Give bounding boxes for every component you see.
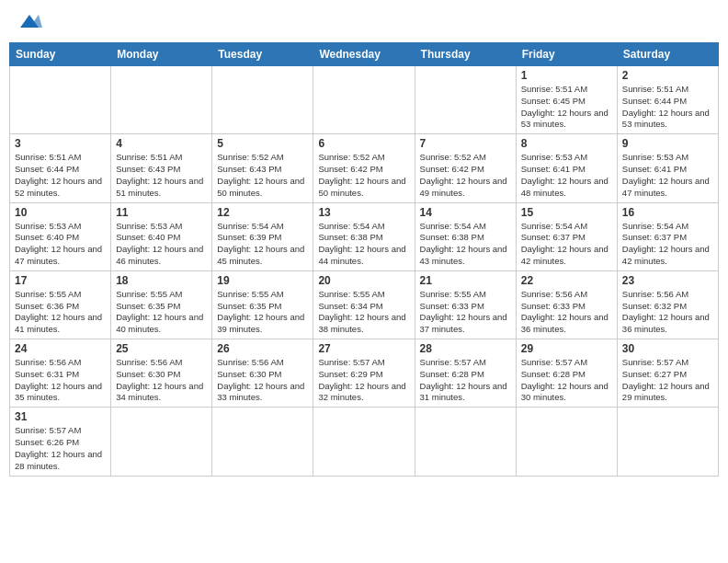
day-number: 6 [318,137,409,150]
day-info: Sunrise: 5:57 AM Sunset: 6:27 PM Dayligh… [622,357,713,404]
day-info: Sunrise: 5:56 AM Sunset: 6:32 PM Dayligh… [622,289,713,336]
day-number: 22 [521,274,612,287]
calendar-table: SundayMondayTuesdayWednesdayThursdayFrid… [9,42,719,477]
day-number: 12 [217,206,308,219]
day-number: 14 [420,206,511,219]
calendar-day-cell: 15Sunrise: 5:54 AM Sunset: 6:37 PM Dayli… [516,202,617,270]
day-info: Sunrise: 5:55 AM Sunset: 6:35 PM Dayligh… [116,289,207,336]
calendar-day-cell [415,66,516,134]
calendar-day-cell: 6Sunrise: 5:52 AM Sunset: 6:42 PM Daylig… [313,134,415,202]
day-info: Sunrise: 5:55 AM Sunset: 6:36 PM Dayligh… [15,289,106,336]
calendar-header-saturday: Saturday [617,43,718,66]
day-number: 15 [521,206,612,219]
calendar-day-cell: 14Sunrise: 5:54 AM Sunset: 6:38 PM Dayli… [415,202,516,270]
day-number: 20 [318,274,409,287]
day-info: Sunrise: 5:55 AM Sunset: 6:34 PM Dayligh… [318,289,409,336]
day-number: 21 [420,274,511,287]
day-info: Sunrise: 5:56 AM Sunset: 6:30 PM Dayligh… [116,357,207,404]
calendar-day-cell: 10Sunrise: 5:53 AM Sunset: 6:40 PM Dayli… [10,202,111,270]
page-header [9,9,719,35]
calendar-day-cell [617,408,718,476]
day-number: 18 [116,274,207,287]
calendar-week-row: 24Sunrise: 5:56 AM Sunset: 6:31 PM Dayli… [10,339,719,408]
day-number: 26 [217,342,308,355]
day-number: 17 [15,274,106,287]
calendar-day-cell: 4Sunrise: 5:51 AM Sunset: 6:43 PM Daylig… [111,134,212,202]
day-info: Sunrise: 5:53 AM Sunset: 6:41 PM Dayligh… [521,152,612,199]
calendar-week-row: 10Sunrise: 5:53 AM Sunset: 6:40 PM Dayli… [10,202,719,270]
day-info: Sunrise: 5:56 AM Sunset: 6:30 PM Dayligh… [217,357,308,404]
day-info: Sunrise: 5:53 AM Sunset: 6:40 PM Dayligh… [116,221,207,268]
calendar-day-cell [212,66,313,134]
day-number: 25 [116,342,207,355]
day-info: Sunrise: 5:57 AM Sunset: 6:28 PM Dayligh… [521,357,612,404]
calendar-day-cell [10,66,111,134]
calendar-header-thursday: Thursday [415,43,516,66]
calendar-header-tuesday: Tuesday [212,43,313,66]
calendar-day-cell: 29Sunrise: 5:57 AM Sunset: 6:28 PM Dayli… [516,339,617,408]
calendar-day-cell: 28Sunrise: 5:57 AM Sunset: 6:28 PM Dayli… [415,339,516,408]
day-info: Sunrise: 5:54 AM Sunset: 6:38 PM Dayligh… [420,221,511,268]
day-info: Sunrise: 5:54 AM Sunset: 6:37 PM Dayligh… [622,221,713,268]
calendar-day-cell: 11Sunrise: 5:53 AM Sunset: 6:40 PM Dayli… [111,202,212,270]
calendar-header-friday: Friday [516,43,617,66]
calendar-day-cell: 27Sunrise: 5:57 AM Sunset: 6:29 PM Dayli… [313,339,415,408]
day-number: 30 [622,342,713,355]
calendar-day-cell: 22Sunrise: 5:56 AM Sunset: 6:33 PM Dayli… [516,270,617,339]
calendar-day-cell: 8Sunrise: 5:53 AM Sunset: 6:41 PM Daylig… [516,134,617,202]
day-info: Sunrise: 5:53 AM Sunset: 6:41 PM Dayligh… [622,152,713,199]
calendar-day-cell: 16Sunrise: 5:54 AM Sunset: 6:37 PM Dayli… [617,202,718,270]
day-number: 27 [318,342,409,355]
day-info: Sunrise: 5:54 AM Sunset: 6:37 PM Dayligh… [521,221,612,268]
calendar-week-row: 31Sunrise: 5:57 AM Sunset: 6:26 PM Dayli… [10,408,719,476]
day-number: 11 [116,206,207,219]
day-number: 13 [318,206,409,219]
day-info: Sunrise: 5:55 AM Sunset: 6:35 PM Dayligh… [217,289,308,336]
day-info: Sunrise: 5:54 AM Sunset: 6:39 PM Dayligh… [217,221,308,268]
day-info: Sunrise: 5:51 AM Sunset: 6:43 PM Dayligh… [116,152,207,199]
calendar-day-cell: 2Sunrise: 5:51 AM Sunset: 6:44 PM Daylig… [617,66,718,134]
calendar-day-cell [313,66,415,134]
calendar-day-cell: 13Sunrise: 5:54 AM Sunset: 6:38 PM Dayli… [313,202,415,270]
calendar-day-cell [111,408,212,476]
calendar-day-cell: 31Sunrise: 5:57 AM Sunset: 6:26 PM Dayli… [10,408,111,476]
calendar-header-wednesday: Wednesday [313,43,415,66]
day-info: Sunrise: 5:57 AM Sunset: 6:26 PM Dayligh… [15,425,106,472]
day-number: 28 [420,342,511,355]
calendar-header-sunday: Sunday [10,43,111,66]
day-number: 10 [15,206,106,219]
calendar-week-row: 3Sunrise: 5:51 AM Sunset: 6:44 PM Daylig… [10,134,719,202]
day-info: Sunrise: 5:52 AM Sunset: 6:42 PM Dayligh… [420,152,511,199]
day-info: Sunrise: 5:54 AM Sunset: 6:38 PM Dayligh… [318,221,409,268]
calendar-day-cell: 30Sunrise: 5:57 AM Sunset: 6:27 PM Dayli… [617,339,718,408]
calendar-day-cell: 7Sunrise: 5:52 AM Sunset: 6:42 PM Daylig… [415,134,516,202]
calendar-day-cell: 19Sunrise: 5:55 AM Sunset: 6:35 PM Dayli… [212,270,313,339]
day-number: 1 [521,69,612,82]
logo [15,13,42,31]
day-number: 19 [217,274,308,287]
calendar-day-cell: 9Sunrise: 5:53 AM Sunset: 6:41 PM Daylig… [617,134,718,202]
calendar-day-cell: 24Sunrise: 5:56 AM Sunset: 6:31 PM Dayli… [10,339,111,408]
day-number: 8 [521,137,612,150]
calendar-day-cell: 17Sunrise: 5:55 AM Sunset: 6:36 PM Dayli… [10,270,111,339]
calendar-week-row: 17Sunrise: 5:55 AM Sunset: 6:36 PM Dayli… [10,270,719,339]
day-info: Sunrise: 5:51 AM Sunset: 6:44 PM Dayligh… [15,152,106,199]
day-number: 9 [622,137,713,150]
day-number: 16 [622,206,713,219]
day-number: 4 [116,137,207,150]
day-number: 24 [15,342,106,355]
calendar-day-cell [313,408,415,476]
calendar-day-cell: 26Sunrise: 5:56 AM Sunset: 6:30 PM Dayli… [212,339,313,408]
calendar-day-cell [516,408,617,476]
day-number: 3 [15,137,106,150]
logo-icon [17,13,42,31]
calendar-day-cell [111,66,212,134]
day-info: Sunrise: 5:52 AM Sunset: 6:42 PM Dayligh… [318,152,409,199]
day-number: 29 [521,342,612,355]
day-info: Sunrise: 5:55 AM Sunset: 6:33 PM Dayligh… [420,289,511,336]
calendar-header-monday: Monday [111,43,212,66]
day-number: 23 [622,274,713,287]
day-info: Sunrise: 5:51 AM Sunset: 6:45 PM Dayligh… [521,84,612,131]
calendar-day-cell: 21Sunrise: 5:55 AM Sunset: 6:33 PM Dayli… [415,270,516,339]
calendar-header-row: SundayMondayTuesdayWednesdayThursdayFrid… [10,43,719,66]
